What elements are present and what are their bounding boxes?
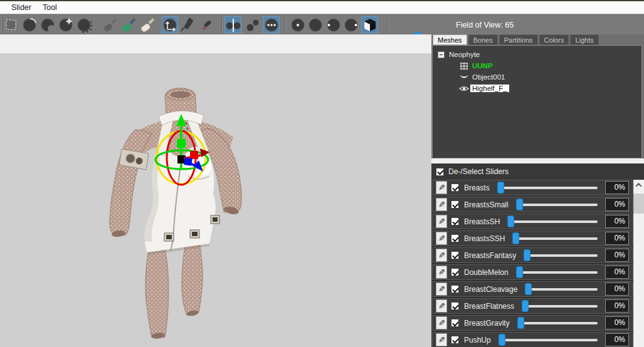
tab-bones[interactable]: Bones [468, 34, 498, 45]
edit-slider-button[interactable]: ✎ [436, 249, 447, 262]
slider-thumb[interactable] [516, 199, 523, 210]
eye-icon [459, 84, 469, 93]
slider-checkbox[interactable] [451, 302, 459, 310]
slider-checkbox[interactable] [451, 319, 459, 327]
viewport-3d[interactable] [0, 34, 431, 347]
gizmo-handle-x [190, 151, 198, 159]
slider-track[interactable] [519, 322, 598, 324]
transform-tool-icon[interactable] [161, 16, 178, 33]
tree-item-object001[interactable]: Object001 [459, 72, 507, 82]
edit-slider-button[interactable]: ✎ [436, 232, 447, 245]
slider-label: BreastsSH [464, 217, 500, 226]
slider-track[interactable] [517, 271, 598, 274]
slider-track[interactable] [523, 305, 598, 308]
slider-thumb[interactable] [497, 182, 504, 194]
slider-checkbox[interactable] [451, 200, 459, 209]
slider-track[interactable] [499, 187, 598, 189]
vertex-pen-icon[interactable] [198, 16, 215, 33]
circle-plain-icon[interactable] [307, 16, 324, 33]
slider-checkbox[interactable] [451, 217, 459, 225]
edit-slider-button[interactable]: ✎ [436, 316, 447, 329]
weld-vertices-icon[interactable] [244, 16, 261, 33]
slider-track[interactable] [509, 220, 598, 223]
slider-thumb[interactable] [516, 266, 523, 278]
slider-label: BreastFlatness [464, 302, 514, 311]
slider-track[interactable] [517, 204, 598, 206]
tab-partitions[interactable]: Partitions [499, 34, 538, 45]
slider-thumb[interactable] [517, 317, 524, 329]
edit-slider-button[interactable]: ✎ [436, 198, 447, 211]
menu-tool[interactable]: Tool [40, 3, 60, 12]
pencil-icon: ✎ [438, 184, 445, 192]
collapse-icon[interactable] [438, 51, 445, 58]
tab-lights[interactable]: Lights [570, 34, 598, 45]
slider-checkbox[interactable] [451, 268, 459, 276]
slider-row: ✎BreastGravity0% [432, 315, 633, 331]
menu-slider[interactable]: Slider [8, 3, 34, 12]
slider-track[interactable] [514, 237, 598, 240]
circle-dot-right-icon[interactable] [342, 16, 359, 33]
panel-tabs: MeshesBonesPartitionsColorsLights [433, 34, 600, 45]
slider-value: 0% [605, 266, 629, 279]
slider-thumb[interactable] [522, 300, 529, 312]
slider-thumb[interactable] [507, 215, 514, 227]
slider-track[interactable] [526, 288, 598, 291]
edit-slider-button[interactable]: ✎ [436, 215, 447, 228]
edit-slider-button[interactable]: ✎ [436, 299, 447, 313]
slider-checkbox[interactable] [451, 251, 459, 259]
edit-slider-button[interactable]: ✎ [436, 282, 447, 296]
slider-value: 0% [605, 333, 629, 346]
slider-row: ✎BreastFlatness0% [432, 298, 633, 314]
scrollbar-up-arrow-icon[interactable] [633, 180, 644, 190]
move-brush-icon[interactable] [57, 16, 74, 33]
slider-value: 0% [605, 232, 629, 245]
slider-track[interactable] [500, 339, 598, 341]
deselect-sliders-checkbox[interactable] [436, 168, 444, 176]
circle-dot-left-icon[interactable] [325, 16, 342, 33]
vertex-mode-icon[interactable] [263, 16, 280, 33]
slider-value: 0% [605, 215, 629, 228]
inflate-brush-icon[interactable] [21, 16, 38, 33]
deflate-brush-icon[interactable] [39, 16, 56, 33]
weight-brush-icon[interactable] [120, 16, 137, 33]
slider-row: ✎PushUp0% [432, 332, 633, 347]
pin-tool-icon[interactable] [179, 16, 196, 33]
edit-slider-button[interactable]: ✎ [436, 181, 447, 194]
crescent-shape-icon [459, 73, 469, 81]
tab-colors[interactable]: Colors [539, 34, 569, 45]
slider-thumb[interactable] [525, 283, 532, 295]
tree-item-highelf_f_[interactable]: Highelf_F_ [459, 83, 509, 93]
toolbar-separator [284, 18, 285, 32]
slider-thumb[interactable] [499, 334, 505, 346]
tab-meshes[interactable]: Meshes [433, 34, 467, 45]
tree-item-uunp[interactable]: UUNP [459, 61, 495, 71]
slider-row: ✎DoubleMelon0% [432, 264, 633, 280]
mirror-toggle-icon[interactable] [224, 16, 241, 33]
slider-checkbox[interactable] [451, 285, 459, 293]
pencil-icon: ✎ [438, 336, 445, 344]
slider-checkbox[interactable] [451, 184, 459, 192]
alpha-brush-icon[interactable] [139, 16, 156, 33]
right-panel: MeshesBonesPartitionsColorsLights Neophy… [431, 34, 644, 347]
pencil-icon: ✎ [438, 285, 445, 293]
slider-checkbox[interactable] [451, 336, 459, 344]
pencil-icon: ✎ [438, 302, 445, 310]
smooth-brush-icon[interactable] [75, 16, 92, 33]
slider-row: ✎BreastsSSH0% [432, 230, 633, 246]
slider-list-scrollbar[interactable] [633, 180, 644, 347]
viewport-canvas[interactable] [0, 53, 431, 347]
pencil-icon: ✎ [438, 217, 445, 225]
toolbar-separator [221, 18, 223, 32]
mask-brush-icon[interactable] [101, 16, 118, 33]
slider-checkbox[interactable] [451, 234, 459, 242]
tree-item-root[interactable]: Neophyte [438, 49, 482, 60]
edit-slider-button[interactable]: ✎ [436, 333, 447, 346]
slider-thumb[interactable] [512, 232, 519, 244]
circle-dot-center-icon[interactable] [289, 16, 306, 33]
edit-slider-button[interactable]: ✎ [436, 266, 447, 279]
perspective-cube-icon[interactable] [361, 16, 378, 33]
rect-select-icon[interactable] [3, 16, 19, 33]
slider-thumb[interactable] [524, 249, 531, 261]
slider-track[interactable] [525, 254, 598, 257]
scrollbar-thumb[interactable] [633, 194, 644, 214]
